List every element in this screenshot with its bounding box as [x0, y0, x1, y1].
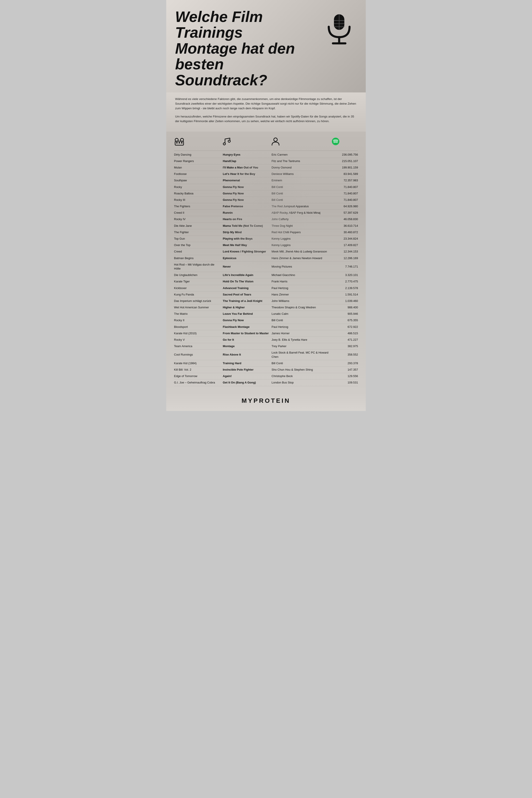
cell-artist: A$AP Rocky, A$AP Ferg & Nicki Minaj [271, 211, 331, 215]
svg-point-13 [223, 143, 225, 145]
table-row: Power Rangers HandClap Fitz and The Tant… [174, 158, 358, 165]
cell-artist: Paul Hertzog [271, 286, 331, 290]
cell-artist: Kenny Loggins [271, 237, 331, 241]
cell-song: I'll Make a Man Out of You [223, 166, 271, 170]
cell-film: Rocky III [174, 198, 223, 202]
cell-streams: 215.051.107 [331, 159, 358, 163]
cell-film: Creed [174, 250, 223, 253]
cell-streams: 71.840.807 [331, 198, 358, 202]
cell-streams: 2.770.475 [331, 280, 358, 284]
cell-film: Rocky IV [174, 217, 223, 221]
table-row: Top Gun Playing with the Boys Kenny Logg… [174, 235, 358, 242]
table-row: Das Imperium schlägt zurück The Training… [174, 298, 358, 304]
cell-film: Karate Tiger [174, 280, 223, 284]
cell-streams: 236.095.756 [331, 153, 358, 157]
svg-point-14 [228, 140, 230, 142]
cell-film: Roacky Balboa [174, 191, 223, 195]
table-row: Batman Begins Eptesicus Hans Zimmer & Ja… [174, 255, 358, 262]
song-column-header [223, 137, 271, 148]
cell-song: Get It On (Bang A Gong) [223, 381, 271, 385]
cell-film: Cool Runnings [174, 353, 223, 357]
table-row: The Fighters False Pretense The Red Jump… [174, 203, 358, 210]
cell-streams: 72.357.983 [331, 178, 358, 183]
cell-song: Hungry Eyes [223, 153, 271, 157]
cell-film: Kickboxer [174, 286, 223, 290]
svg-rect-12 [181, 142, 183, 144]
cell-artist: Bill Conti [271, 191, 331, 195]
cell-streams: 3.320.101 [331, 273, 358, 277]
cell-artist: Moving Pictures [271, 265, 331, 269]
cell-song: Flashback Montage [223, 325, 271, 329]
cell-streams: 988.400 [331, 305, 358, 309]
table-row: Karate Tiger Hold On To The Vision Frank… [174, 279, 358, 285]
cell-streams: 23.344.824 [331, 237, 358, 241]
cell-streams: 64.926.980 [331, 204, 358, 208]
cell-film: Power Rangers [174, 159, 223, 163]
svg-point-15 [274, 138, 277, 141]
cell-streams: 7.746.171 [331, 265, 358, 269]
cell-artist: The Red Jumpsuit Apparatus [271, 204, 331, 208]
cell-song: Mama Told Me (Not To Come) [223, 224, 271, 228]
cell-artist: Joey B. Ellis & Tynetta Hare [271, 338, 331, 342]
table-row: Southpaw Phenomenal Eminem 72.357.983 [174, 177, 358, 184]
svg-rect-11 [179, 142, 180, 144]
cell-streams: 382.975 [331, 344, 358, 348]
cell-artist: Donny Osmond [271, 166, 331, 170]
cell-film: Dirty Dancing [174, 153, 223, 157]
table-row: Rocky Gonna Fly Now Bill Conti 71.840.80… [174, 184, 358, 190]
cell-streams: 672.922 [331, 325, 358, 329]
cell-artist: Hans Zimmer [271, 292, 331, 297]
cell-artist: Hans Zimmer & James Newton Howard [271, 256, 331, 260]
cell-song: Again! [223, 374, 271, 378]
cell-film: Kill Bill: Vol. 2 [174, 368, 223, 372]
cell-streams: 486.515 [331, 331, 358, 335]
cell-artist: Bill Conti [271, 198, 331, 202]
cell-song: Lord Knows / Fighting Stronger [223, 250, 271, 253]
cell-artist: Kenny Loggins [271, 243, 331, 247]
cell-artist: Eric Carmen [271, 153, 331, 157]
cell-artist: Deniece Williams [271, 172, 331, 176]
cell-streams: 905.946 [331, 312, 358, 316]
table-row: Rocky V Go for It Joey B. Ellis & Tynett… [174, 337, 358, 343]
cell-streams: 2.139.578 [331, 286, 358, 290]
cell-artist: Trey Parker [271, 344, 331, 348]
cell-song: HandClap [223, 159, 271, 163]
cell-song: Hearts on Fire [223, 217, 271, 221]
cell-song: Never [223, 265, 271, 269]
cell-song: Higher & Higher [223, 305, 271, 309]
cell-song: Invincible Pole Fighter [223, 368, 271, 372]
table-row: The Fighter Strip My Mind Red Hot Chilli… [174, 229, 358, 235]
cell-streams: 71.840.807 [331, 185, 358, 189]
table-row: Bloodsport Flashback Montage Paul Hertzo… [174, 324, 358, 330]
table-section: Dirty Dancing Hungry Eyes Eric Carmen 23… [166, 132, 366, 393]
table-header [174, 136, 358, 151]
cell-streams: 471.227 [331, 338, 358, 342]
table-row: Team America Montage Trey Parker 382.975 [174, 343, 358, 349]
cell-song: Montage [223, 344, 271, 348]
cell-artist: Christophe Beck [271, 374, 331, 378]
cell-song: Training Hard [223, 361, 271, 365]
intro-paragraph-1: Während es viele verschiedene Faktoren g… [175, 97, 357, 111]
intro-paragraph-2: Um herauszufinden, welche Filmszene den … [175, 114, 357, 124]
brand-logo: MYPROTEIN [175, 397, 357, 404]
streams-column-header [331, 137, 358, 148]
microphone-icon [321, 11, 357, 46]
cell-film: The Fighters [174, 204, 223, 208]
cell-film: Rocky II [174, 318, 223, 322]
cell-song: Eptesicus [223, 256, 271, 260]
cell-film: Die Akte Jane [174, 224, 223, 228]
cell-film: Das Imperium schlägt zurück [174, 299, 223, 303]
cell-artist: Sho Chun Hou & Stephen Shing [271, 368, 331, 372]
cell-film: Southpaw [174, 178, 223, 183]
cell-artist: London Bus Stop [271, 381, 331, 385]
cell-song: Gonna Fly Now [223, 185, 271, 189]
table-row: Creed II Runnin A$AP Rocky, A$AP Ferg & … [174, 210, 358, 216]
cell-streams: 1.039.460 [331, 299, 358, 303]
table-row: Rocky IV Hearts on Fire John Cafferty 46… [174, 216, 358, 223]
cell-film: Top Gun [174, 237, 223, 241]
table-row: Dirty Dancing Hungry Eyes Eric Carmen 23… [174, 152, 358, 158]
cell-streams: 358.552 [331, 353, 358, 357]
artist-column-header [271, 137, 331, 148]
table-row: Rocky III Gonna Fly Now Bill Conti 71.84… [174, 197, 358, 203]
cell-streams: 17.409.827 [331, 243, 358, 247]
